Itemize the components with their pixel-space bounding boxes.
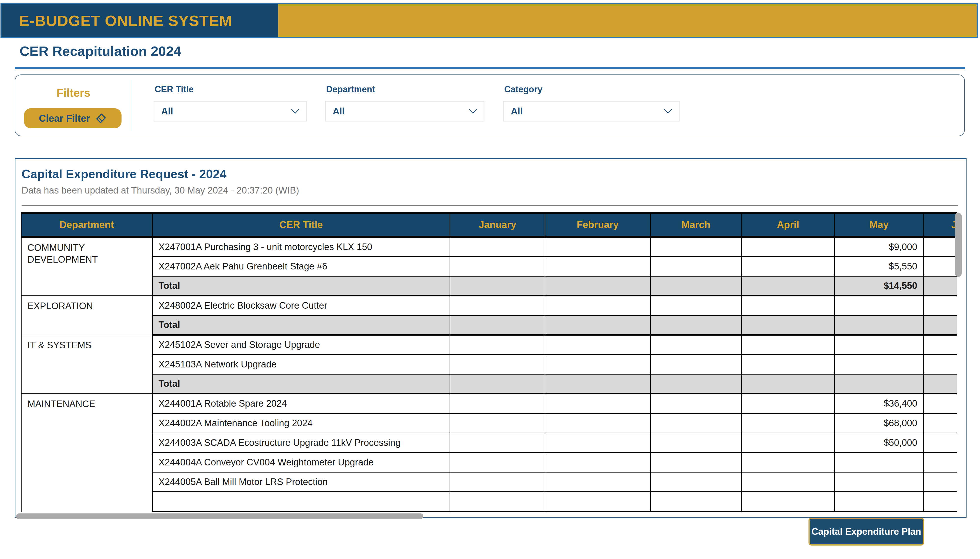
value-cell [545, 237, 651, 256]
value-cell [545, 413, 651, 433]
value-cell [450, 335, 545, 354]
app-title: E-BUDGET ONLINE SYSTEM [19, 12, 232, 30]
value-cell [742, 433, 835, 452]
table-row [21, 492, 957, 511]
total-value-cell [924, 374, 957, 394]
value-cell [742, 492, 835, 511]
value-cell [924, 472, 957, 492]
total-row: Total [21, 511, 957, 512]
value-cell [651, 256, 742, 276]
total-row: Total [21, 374, 957, 394]
column-header-february: February [545, 213, 651, 237]
horizontal-scrollbar[interactable] [16, 513, 423, 519]
value-cell [651, 335, 742, 354]
clear-filter-button[interactable]: Clear Filter [24, 108, 122, 128]
total-value-cell [545, 315, 651, 335]
total-value-cell [835, 315, 924, 335]
value-cell [450, 472, 545, 492]
app-logo-block: E-BUDGET ONLINE SYSTEM [2, 4, 278, 37]
value-cell [924, 354, 957, 374]
total-value-cell [450, 315, 545, 335]
cer-table-viewport: DepartmentCER TitleJanuaryFebruaryMarchA… [21, 212, 957, 512]
cer-title-cell: X244004A Conveyor CV004 Weightometer Upg… [152, 452, 450, 472]
table-row: MAINTENANCEX244001A Rotable Spare 2024$3… [21, 394, 957, 413]
cer-table: DepartmentCER TitleJanuaryFebruaryMarchA… [21, 212, 957, 512]
value-cell [924, 256, 957, 276]
value-cell [450, 237, 545, 256]
column-header-may: May [835, 213, 924, 237]
value-cell [742, 335, 835, 354]
total-value-cell [651, 511, 742, 512]
total-value-cell [835, 511, 924, 512]
value-cell [651, 472, 742, 492]
chevron-down-icon [468, 109, 477, 114]
value-cell [545, 433, 651, 452]
table-row: X244003A SCADA Ecostructure Upgrade 11kV… [21, 433, 957, 452]
column-header-june: June [924, 213, 957, 237]
total-value-cell [924, 276, 957, 296]
total-value-cell [835, 374, 924, 394]
value-cell [835, 354, 924, 374]
cer-title-dropdown-value: All [154, 106, 173, 117]
cer-title-cell: X244001A Rotable Spare 2024 [152, 394, 450, 413]
page-title: CER Recapitulation 2024 [20, 43, 181, 59]
category-dropdown-value: All [504, 106, 523, 117]
report-title: Capital Expenditure Request - 2024 [21, 167, 226, 181]
value-cell: $9,000 [835, 237, 924, 256]
title-underline [15, 67, 965, 69]
filters-panel: Filters Clear Filter CER Title All Depar… [15, 74, 965, 136]
value-cell [450, 492, 545, 511]
value-cell [450, 394, 545, 413]
value-cell [835, 335, 924, 354]
value-cell [651, 354, 742, 374]
value-cell [924, 394, 957, 413]
category-filter-label: Category [504, 84, 542, 94]
value-cell [545, 354, 651, 374]
total-label-cell: Total [152, 315, 450, 335]
total-label-cell: Total [152, 276, 450, 296]
table-row: X245103A Network Upgrade [21, 354, 957, 374]
column-header-march: March [651, 213, 742, 237]
table-row: EXPLORATIONX248002A Electric Blocksaw Co… [21, 296, 957, 315]
department-cell: EXPLORATION [21, 296, 152, 335]
report-card: Capital Expenditure Request - 2024 Data … [15, 158, 967, 518]
value-cell [924, 433, 957, 452]
value-cell [545, 256, 651, 276]
filters-divider [132, 80, 132, 131]
value-cell [545, 394, 651, 413]
value-cell [450, 433, 545, 452]
capital-expenditure-plan-button[interactable]: Capital Expenditure Plan [808, 518, 924, 546]
department-dropdown[interactable]: All [325, 101, 484, 121]
table-row: COMMUNITY DEVELOPMENTX247001A Purchasing… [21, 237, 957, 256]
column-header-january: January [450, 213, 545, 237]
value-cell [924, 335, 957, 354]
value-cell [450, 256, 545, 276]
cer-title-cell: X247001A Purchasing 3 - unit motorcycles… [152, 237, 450, 256]
table-row: X244005A Ball Mill Motor LRS Protection [21, 472, 957, 492]
value-cell [742, 296, 835, 315]
value-cell [742, 354, 835, 374]
value-cell [545, 335, 651, 354]
total-value-cell [651, 315, 742, 335]
table-row: X244004A Conveyor CV004 Weightometer Upg… [21, 452, 957, 472]
category-dropdown[interactable]: All [503, 101, 680, 121]
vertical-scrollbar[interactable] [955, 213, 962, 277]
app-header: E-BUDGET ONLINE SYSTEM [0, 3, 978, 38]
value-cell [651, 452, 742, 472]
total-value-cell [450, 374, 545, 394]
chevron-down-icon [664, 109, 673, 114]
cer-title-dropdown[interactable]: All [154, 101, 307, 121]
total-value-cell [651, 374, 742, 394]
value-cell [924, 296, 957, 315]
department-cell: MAINTENANCE [21, 394, 152, 512]
cer-title-filter-label: CER Title [155, 84, 193, 94]
value-cell [651, 413, 742, 433]
cer-title-cell: X244005A Ball Mill Motor LRS Protection [152, 472, 450, 492]
value-cell [742, 394, 835, 413]
value-cell [651, 296, 742, 315]
value-cell [545, 452, 651, 472]
value-cell [924, 452, 957, 472]
total-value-cell [545, 511, 651, 512]
cer-title-cell: X245102A Sever and Storage Upgrade [152, 335, 450, 354]
value-cell [450, 452, 545, 472]
